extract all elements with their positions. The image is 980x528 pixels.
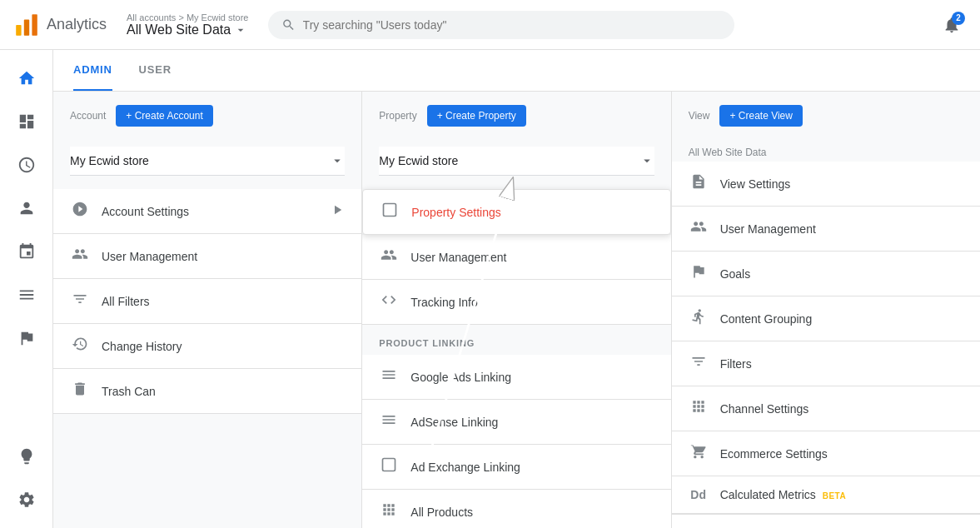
list-item[interactable]: Content Grouping [672, 296, 980, 341]
sidebar-item-list[interactable] [7, 275, 47, 315]
view-list: View Settings User Management Goals [672, 162, 980, 528]
list-item[interactable]: Tracking Info [362, 280, 670, 325]
list-item[interactable]: View Settings [672, 162, 980, 207]
property-user-management-label: User Management [410, 251, 654, 264]
change-history-icon [70, 336, 90, 356]
svg-rect-3 [384, 204, 396, 217]
view-column-header: View + Create View [672, 92, 980, 140]
property-settings-label: Property Settings [411, 206, 653, 219]
content-grouping-label: Content Grouping [720, 312, 963, 326]
notification-badge: 2 [952, 12, 965, 25]
topbar: Analytics All accounts > My Ecwid store … [0, 0, 980, 50]
list-item[interactable]: All Products [362, 490, 670, 528]
list-item[interactable]: Channel Settings [672, 386, 980, 431]
personal-tools-header: PERSONAL TOOLS & ASSETS [672, 514, 980, 528]
notification-button[interactable]: 2 [937, 10, 967, 40]
sidebar-item-clock[interactable] [7, 145, 47, 185]
adsense-label: AdSense Linking [410, 416, 654, 429]
list-item[interactable]: Google Ads Linking [362, 355, 670, 400]
search-bar[interactable] [268, 11, 734, 39]
list-item[interactable]: Ad Exchange Linking [362, 445, 670, 490]
view-user-management-label: User Management [720, 222, 963, 236]
list-item[interactable]: User Management [362, 235, 670, 280]
all-products-icon [379, 501, 399, 522]
analytics-logo-icon [13, 12, 40, 38]
sidebar-item-home[interactable] [7, 58, 47, 98]
svg-rect-2 [32, 14, 37, 36]
google-ads-icon [379, 366, 399, 387]
account-breadcrumb: All accounts > My Ecwid store [127, 12, 248, 22]
trash-can-icon [70, 381, 90, 401]
list-item[interactable]: Change History [53, 324, 361, 369]
property-settings-icon [380, 202, 400, 222]
property-column: Property + Create Property My Ecwid stor… [362, 92, 671, 528]
user-management-label: User Management [102, 250, 345, 263]
admin-tabs: ADMIN USER [53, 50, 980, 92]
sidebar-item-flag[interactable] [7, 318, 47, 358]
tab-user[interactable]: USER [139, 50, 172, 91]
all-products-label: All Products [410, 506, 654, 519]
search-input[interactable] [303, 18, 722, 32]
list-item[interactable]: User Management [53, 234, 361, 279]
list-item[interactable]: Account Settings [53, 189, 361, 234]
svg-rect-1 [24, 19, 29, 35]
account-settings-label: Account Settings [102, 205, 318, 218]
list-item[interactable]: Goals [672, 252, 980, 296]
list-item[interactable]: Dd Calculated Metrics BETA [672, 476, 980, 514]
account-column-header: Account + Create Account [53, 92, 361, 140]
view-settings-label: View Settings [720, 177, 963, 191]
calculated-metrics-icon: Dd [689, 488, 709, 501]
list-item[interactable]: Property Settings [362, 189, 670, 235]
property-column-header: Property + Create Property [362, 92, 670, 140]
list-item[interactable]: Filters [672, 341, 980, 386]
property-dropdown[interactable]: My Ecwid store [379, 147, 654, 176]
trash-can-label: Trash Can [102, 385, 345, 398]
tab-admin[interactable]: ADMIN [73, 50, 112, 91]
tracking-info-label: Tracking Info [410, 296, 654, 309]
create-account-button[interactable]: + Create Account [116, 105, 212, 127]
property-label: Property [379, 110, 416, 122]
account-dropdown-row: My Ecwid store [53, 140, 361, 189]
main-layout: ADMIN USER Account + Create Account My E… [0, 50, 980, 528]
sidebar-item-lightbulb[interactable] [7, 436, 47, 476]
sidebar-item-conversions[interactable] [7, 232, 47, 271]
logo-area: Analytics [13, 12, 107, 38]
list-item[interactable]: AdSense Linking [362, 400, 670, 445]
view-column: View + Create View All Web Site Data Vie… [672, 92, 980, 528]
account-label: Account [70, 110, 106, 122]
account-dropdown-arrow-icon [330, 153, 345, 168]
list-item[interactable]: All Filters [53, 279, 361, 324]
list-item[interactable]: Ecommerce Settings [672, 431, 980, 476]
view-user-mgmt-icon [689, 218, 709, 239]
channel-settings-label: Channel Settings [720, 402, 963, 416]
account-name: All Web Site Data [127, 22, 248, 37]
create-property-button[interactable]: + Create Property [427, 105, 526, 127]
ecommerce-settings-icon [689, 443, 709, 464]
tracking-info-icon [379, 291, 399, 312]
sidebar-item-settings[interactable] [7, 480, 47, 520]
sidebar-item-dashboard[interactable] [7, 102, 47, 142]
search-icon [281, 17, 296, 32]
account-column: Account + Create Account My Ecwid store … [53, 92, 362, 528]
topbar-right: 2 [937, 10, 967, 40]
view-selector-text: All Web Site Data [672, 140, 980, 162]
view-filters-icon [689, 353, 709, 374]
sidebar-item-user[interactable] [7, 188, 47, 228]
account-dropdown[interactable]: My Ecwid store [70, 147, 345, 176]
main-content: ADMIN USER Account + Create Account My E… [53, 50, 980, 528]
goals-icon [689, 263, 709, 284]
all-filters-label: All Filters [102, 295, 345, 308]
property-dropdown-arrow-icon [639, 153, 654, 168]
product-linking-header: PRODUCT LINKING [362, 325, 670, 355]
property-list: Property Settings User Management Tracki… [362, 189, 670, 528]
create-view-button[interactable]: + Create View [719, 105, 803, 127]
view-settings-icon [689, 173, 709, 194]
calculated-metrics-label: Calculated Metrics BETA [720, 488, 963, 501]
account-selector[interactable]: All accounts > My Ecwid store All Web Si… [127, 12, 248, 37]
list-item[interactable]: Trash Can [53, 369, 361, 414]
all-filters-icon [70, 291, 90, 311]
goals-label: Goals [720, 267, 963, 281]
ecommerce-settings-label: Ecommerce Settings [720, 447, 963, 461]
list-item[interactable]: User Management [672, 207, 980, 252]
account-settings-arrow-icon [330, 202, 345, 221]
